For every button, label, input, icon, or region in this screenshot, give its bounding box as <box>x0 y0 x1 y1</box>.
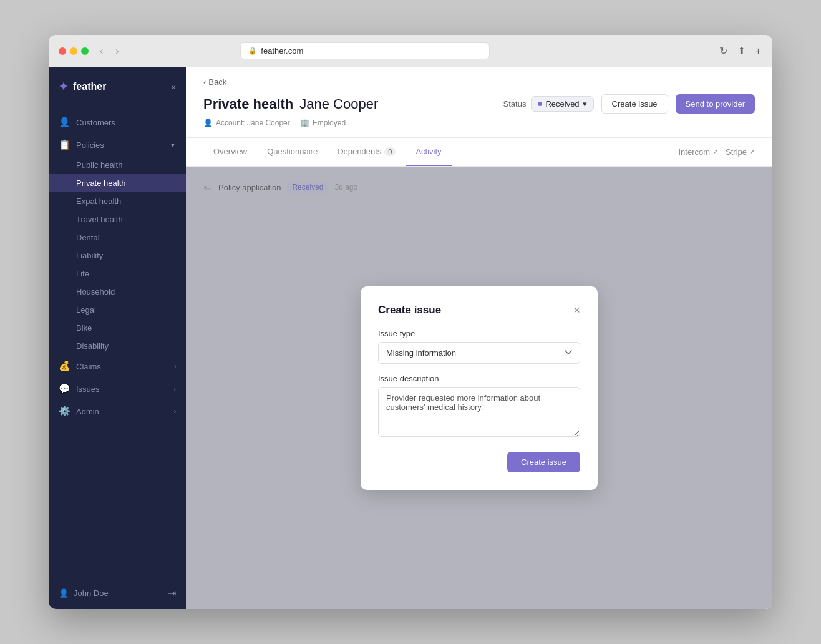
modal-footer: Create issue <box>378 452 580 472</box>
logo-icon: ✦ <box>59 80 68 94</box>
sidebar-item-private-health[interactable]: Private health <box>49 174 186 192</box>
create-issue-header-button[interactable]: Create issue <box>601 94 668 114</box>
browser-dots <box>59 47 89 55</box>
user-avatar-icon: 👤 <box>59 588 69 598</box>
tab-overview[interactable]: Overview <box>203 138 257 166</box>
create-issue-modal: Create issue × Issue type Missing inform… <box>361 286 598 490</box>
browser-chrome: ‹ › 🔒 feather.com ↻ ⬆ + <box>49 35 772 67</box>
meta-account: 👤 Account: Jane Cooper <box>203 119 290 127</box>
lock-icon: 🔒 <box>248 47 257 55</box>
tab-activity-label: Activity <box>415 147 441 156</box>
close-dot[interactable] <box>59 47 66 55</box>
legal-label: Legal <box>76 305 96 315</box>
sidebar-nav: 👤 Customers 📋 Policies ▼ Public health P… <box>49 106 186 577</box>
travel-health-label: Travel health <box>76 215 123 224</box>
maximize-dot[interactable] <box>81 47 89 55</box>
sidebar-item-liability[interactable]: Liability <box>49 246 186 265</box>
employment-icon: 🏢 <box>300 119 309 127</box>
customers-icon: 👤 <box>59 117 70 128</box>
sidebar-item-legal[interactable]: Legal <box>49 301 186 319</box>
logo-text: feather <box>73 81 106 92</box>
sidebar-item-issues[interactable]: 💬 Issues › <box>49 378 186 400</box>
modal-overlay[interactable]: Create issue × Issue type Missing inform… <box>186 167 772 609</box>
account-icon: 👤 <box>203 119 213 127</box>
content-area: 🏷 Policy application Received 3d ago Cre… <box>186 167 772 609</box>
logout-button[interactable]: ⇥ <box>168 587 176 599</box>
expat-health-label: Expat health <box>76 197 121 206</box>
sidebar-collapse-button[interactable]: « <box>171 82 176 92</box>
tab-dependents-badge: 0 <box>384 147 396 156</box>
minimize-dot[interactable] <box>70 47 77 55</box>
status-value: Received <box>545 99 579 109</box>
main-content: ‹ Back Private health Jane Cooper Status <box>186 67 772 609</box>
sidebar-customers-label: Customers <box>76 118 115 127</box>
share-button[interactable]: ⬆ <box>736 44 747 58</box>
modal-header: Create issue × <box>378 304 580 316</box>
sidebar-item-travel-health[interactable]: Travel health <box>49 210 186 228</box>
sidebar-footer: 👤 John Doe ⇥ <box>49 577 186 609</box>
sidebar-policies-label: Policies <box>76 140 104 150</box>
main-header: ‹ Back Private health Jane Cooper Status <box>186 67 772 138</box>
back-link[interactable]: ‹ Back <box>203 77 755 87</box>
sidebar-submenu-policies: Public health Private health Expat healt… <box>49 156 186 355</box>
new-tab-button[interactable]: + <box>754 44 762 58</box>
sidebar: ✦ feather « 👤 Customers 📋 Policies ▼ <box>49 67 186 609</box>
employment-label: Employed <box>313 119 346 127</box>
status-dot-icon <box>538 102 542 106</box>
claims-icon: 💰 <box>59 361 70 372</box>
reload-button[interactable]: ↻ <box>718 44 729 58</box>
stripe-link[interactable]: Stripe ↗ <box>726 147 755 157</box>
sidebar-item-customers[interactable]: 👤 Customers <box>49 111 186 134</box>
tab-activity[interactable]: Activity <box>406 138 451 166</box>
back-arrow-icon: ‹ <box>203 77 206 87</box>
claims-arrow-icon: › <box>174 363 176 370</box>
tab-questionnaire-label: Questionnaire <box>267 147 318 156</box>
browser-window: ‹ › 🔒 feather.com ↻ ⬆ + ✦ feather « <box>49 35 772 609</box>
stripe-external-icon: ↗ <box>749 148 755 156</box>
meta-row: 👤 Account: Jane Cooper 🏢 Employed <box>203 119 755 127</box>
browser-nav: ‹ › <box>96 44 123 58</box>
tab-dependents[interactable]: Dependents 0 <box>328 138 406 166</box>
tab-overview-label: Overview <box>213 147 247 156</box>
app-layout: ✦ feather « 👤 Customers 📋 Policies ▼ <box>49 67 772 609</box>
nav-back-button[interactable]: ‹ <box>96 44 107 58</box>
status-badge[interactable]: Received ▾ <box>531 96 593 112</box>
status-chevron-icon: ▾ <box>583 99 587 109</box>
modal-submit-button[interactable]: Create issue <box>507 452 580 472</box>
url-text: feather.com <box>261 46 303 56</box>
sidebar-item-bike[interactable]: Bike <box>49 319 186 337</box>
policies-arrow-icon: ▼ <box>170 142 176 149</box>
issues-arrow-icon: › <box>174 386 176 393</box>
admin-icon: ⚙️ <box>59 406 70 417</box>
issue-description-group: Issue description Provider requested mor… <box>378 374 580 439</box>
browser-actions: ↻ ⬆ + <box>718 44 762 58</box>
sidebar-item-disability[interactable]: Disability <box>49 337 186 355</box>
sidebar-issues-label: Issues <box>76 384 100 394</box>
sidebar-item-life[interactable]: Life <box>49 265 186 283</box>
back-label: Back <box>208 77 226 87</box>
sidebar-item-public-health[interactable]: Public health <box>49 156 186 174</box>
sidebar-item-expat-health[interactable]: Expat health <box>49 192 186 210</box>
customer-name-title: Jane Cooper <box>299 96 378 112</box>
sidebar-item-dental[interactable]: Dental <box>49 228 186 246</box>
issue-description-label: Issue description <box>378 374 580 383</box>
tab-dependents-label: Dependents <box>338 147 381 156</box>
sidebar-item-claims[interactable]: 💰 Claims › <box>49 355 186 378</box>
intercom-link[interactable]: Intercom ↗ <box>678 147 718 157</box>
intercom-link-label: Intercom <box>678 147 710 157</box>
tab-links: Intercom ↗ Stripe ↗ <box>678 147 755 157</box>
issue-description-textarea[interactable]: Provider requested more information abou… <box>378 387 580 437</box>
sidebar-item-admin[interactable]: ⚙️ Admin › <box>49 400 186 422</box>
page-title-row: Private health Jane Cooper Status Receiv… <box>203 94 755 114</box>
sidebar-admin-label: Admin <box>76 407 99 416</box>
issue-type-select[interactable]: Missing information Wrong information Ot… <box>378 342 580 364</box>
tab-questionnaire[interactable]: Questionnaire <box>257 138 328 166</box>
account-label: Account: Jane Cooper <box>216 119 290 127</box>
address-bar[interactable]: 🔒 feather.com <box>240 42 490 59</box>
modal-close-button[interactable]: × <box>573 305 580 316</box>
sidebar-item-policies[interactable]: 📋 Policies ▼ <box>49 134 186 156</box>
sidebar-item-household[interactable]: Household <box>49 283 186 301</box>
status-section: Status Received ▾ <box>503 96 594 112</box>
send-to-provider-button[interactable]: Send to provider <box>676 94 755 114</box>
nav-forward-button[interactable]: › <box>112 44 122 58</box>
